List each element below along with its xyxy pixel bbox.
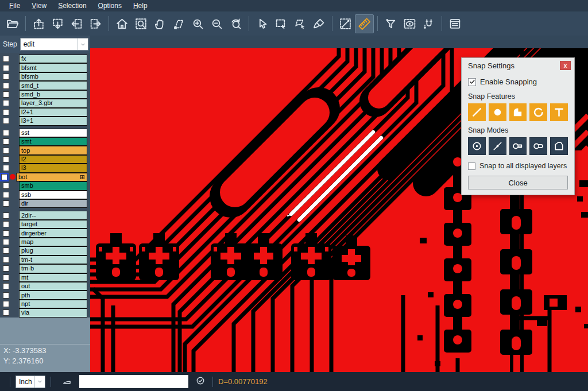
pan-hand-button[interactable] — [150, 14, 169, 33]
layer-item-l3+1[interactable]: l3+1 — [19, 117, 87, 125]
snap-feature-outline-button[interactable] — [529, 137, 547, 155]
layer-visibility-checkbox-layer_3.gbr[interactable] — [0, 100, 11, 106]
layer-visibility-checkbox-pth[interactable] — [0, 292, 11, 299]
layer-visibility-checkbox-via[interactable] — [0, 309, 11, 316]
fit-home-button[interactable] — [113, 14, 131, 33]
layer-item-2dir--[interactable]: 2dir-- — [19, 211, 87, 219]
layer-item-plug[interactable]: plug — [19, 246, 87, 255]
menu-view[interactable]: View — [26, 1, 52, 11]
paint-brush-button[interactable] — [310, 14, 328, 33]
measure-distance-button[interactable] — [336, 14, 355, 33]
layer-visibility-checkbox-plug[interactable] — [0, 247, 11, 254]
layer-item-top[interactable]: top — [19, 146, 87, 154]
layer-visibility-checkbox-mt[interactable] — [0, 274, 11, 281]
menu-file[interactable]: File — [3, 1, 26, 11]
layer-visibility-checkbox-ssb[interactable] — [0, 192, 11, 198]
layer-visibility-checkbox-top[interactable] — [0, 148, 11, 154]
layer-visibility-checkbox-smd_t[interactable] — [0, 83, 11, 89]
layer-item-tm-b[interactable]: tm-b — [19, 264, 87, 273]
layer-visibility-checkbox-fx[interactable] — [0, 56, 11, 62]
layer-item-map[interactable]: map — [19, 238, 87, 246]
snap-pad-button[interactable] — [489, 103, 506, 121]
snap-text-button[interactable] — [550, 103, 568, 121]
layer-item-fx[interactable]: fx — [19, 55, 87, 63]
layer-visibility-checkbox-out[interactable] — [0, 283, 11, 289]
snap-close-button[interactable]: Close — [468, 176, 568, 189]
layer-item-npt[interactable]: npt — [19, 300, 87, 308]
zoom-window-button[interactable] — [131, 14, 150, 33]
menu-selection[interactable]: Selection — [52, 1, 92, 11]
snap-midpoint-button[interactable] — [489, 137, 506, 155]
layer-visibility-checkbox-l2[interactable] — [0, 156, 11, 162]
layer-visibility-checkbox-map[interactable] — [0, 239, 11, 245]
enable-snapping-checkbox[interactable] — [468, 78, 476, 86]
layer-visibility-checkbox-smt[interactable] — [0, 138, 11, 145]
snap-feature-whole-button[interactable] — [509, 137, 527, 155]
ruler-button[interactable] — [355, 14, 374, 33]
layer-visibility-checkbox-smb[interactable] — [0, 183, 11, 189]
layer-visibility-checkbox-npt[interactable] — [0, 301, 11, 307]
snap-magnet-button[interactable] — [419, 14, 438, 33]
layer-visibility-checkbox-l3+1[interactable] — [0, 118, 11, 124]
layer-item-bot[interactable]: bot⊞ — [16, 173, 87, 181]
layer-item-sst[interactable]: sst — [19, 129, 87, 137]
layer-visibility-checkbox-tm-b[interactable] — [0, 265, 11, 272]
layer-visibility-checkbox-l2+1[interactable] — [0, 109, 11, 115]
shift-down-button[interactable] — [48, 14, 67, 33]
layer-item-mt[interactable]: mt — [19, 273, 87, 282]
layer-item-l2[interactable]: l2 — [19, 155, 87, 164]
layer-item-out[interactable]: out — [19, 282, 87, 291]
layer-visibility-checkbox-bfsmt[interactable] — [0, 65, 11, 71]
layer-item-layer_3.gbr[interactable]: layer_3.gbr — [19, 99, 87, 107]
layer-visibility-checkbox-dir[interactable] — [0, 200, 11, 207]
layer-visibility-checkbox-l3[interactable] — [0, 165, 11, 171]
report-button[interactable] — [446, 14, 465, 33]
zoom-in-button[interactable] — [188, 14, 207, 33]
open-folder-button[interactable] — [3, 14, 22, 33]
layer-visibility-checkbox-sst[interactable] — [0, 130, 11, 136]
menu-help[interactable]: Help — [127, 1, 153, 11]
corner-angle-button[interactable] — [60, 375, 74, 389]
layer-item-smd_b[interactable]: smd_b — [19, 90, 87, 99]
layer-item-ssb[interactable]: ssb — [19, 191, 87, 199]
zoom-polygon-button[interactable] — [169, 14, 188, 33]
layer-visibility-checkbox-bfsmb[interactable] — [0, 73, 11, 80]
shift-up-button[interactable] — [29, 14, 48, 33]
select-rect-button[interactable] — [272, 14, 291, 33]
menu-options[interactable]: Options — [92, 1, 127, 11]
layer-item-dirgerber[interactable]: dirgerber — [19, 229, 87, 237]
snap-center-button[interactable] — [468, 137, 486, 155]
layer-item-smb[interactable]: smb — [19, 181, 87, 190]
layer-item-smt[interactable]: smt — [19, 137, 87, 146]
refresh-check-button[interactable] — [194, 375, 207, 389]
layer-item-tm-t[interactable]: tm-t — [19, 255, 87, 264]
dialog-close-x-button[interactable]: x — [560, 61, 571, 70]
snap-dialog-titlebar[interactable]: Snap Settings x — [462, 58, 574, 73]
layer-visibility-checkbox-target[interactable] — [0, 221, 11, 227]
snap-surface-button[interactable] — [509, 103, 527, 121]
snap-corner-button[interactable] — [550, 137, 568, 155]
zoom-previous-button[interactable] — [226, 14, 245, 33]
unit-select[interactable]: Inch — [16, 375, 45, 388]
layer-item-l3[interactable]: l3 — [19, 164, 87, 172]
layer-item-smd_t[interactable]: smd_t — [19, 81, 87, 90]
statusbar-input[interactable] — [79, 375, 188, 388]
shift-left-button[interactable] — [67, 14, 86, 33]
step-select[interactable]: edit — [20, 38, 88, 51]
snap-arc-button[interactable] — [529, 103, 547, 121]
layer-visibility-checkbox-2dir--[interactable] — [0, 212, 11, 219]
layer-item-target[interactable]: target — [19, 220, 87, 229]
filter-button[interactable] — [381, 14, 400, 33]
layer-visibility-checkbox-bot[interactable] — [0, 173, 9, 181]
select-poly-button[interactable] — [291, 14, 310, 33]
shift-right-button[interactable] — [86, 14, 105, 33]
layer-visibility-checkbox-smd_b[interactable] — [0, 91, 11, 98]
layer-item-bfsmt[interactable]: bfsmt — [19, 63, 87, 72]
snap-all-layers-checkbox[interactable] — [468, 162, 475, 170]
layer-visibility-checkbox-tm-t[interactable] — [0, 257, 11, 263]
layer-item-bfsmb[interactable]: bfsmb — [19, 72, 87, 81]
zoom-out-button[interactable] — [207, 14, 226, 33]
layer-item-dir[interactable]: dir — [19, 199, 87, 208]
layer-item-l2+1[interactable]: l2+1 — [19, 108, 87, 117]
select-pointer-button[interactable] — [253, 14, 272, 33]
